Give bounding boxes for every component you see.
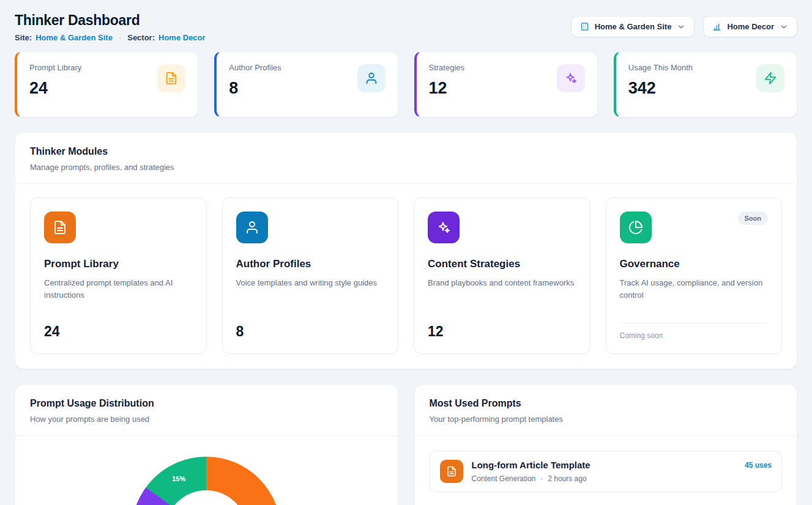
prompts-title: Most Used Prompts <box>430 398 783 409</box>
module-top <box>236 212 385 243</box>
stat-text: Author Profiles 8 <box>229 63 281 106</box>
stat-text: Strategies 12 <box>429 63 465 106</box>
site-selector-dropdown[interactable]: Home & Garden Site <box>571 16 695 37</box>
module-card-governance[interactable]: Soon Governance Track AI usage, complian… <box>606 197 783 354</box>
sector-label: Sector: <box>127 33 155 42</box>
modules-grid: Prompt Library Centralized prompt templa… <box>15 184 797 369</box>
stat-card-author-profiles: Author Profiles 8 <box>214 51 398 117</box>
module-top <box>428 212 576 243</box>
sector-selector-label: Home Decor <box>727 22 774 31</box>
donut-chart: 15% <box>132 457 281 505</box>
module-title: Prompt Library <box>44 258 193 270</box>
module-card-content-strategies[interactable]: Content Strategies Brand playbooks and c… <box>414 197 590 354</box>
stat-label: Usage This Month <box>628 63 693 72</box>
stat-text: Prompt Library 24 <box>29 63 81 106</box>
modules-title: Thinker Modules <box>30 146 782 157</box>
sector-link[interactable]: Home Decor <box>158 33 206 42</box>
stat-label: Prompt Library <box>29 63 81 72</box>
chevron-down-icon <box>780 23 788 31</box>
stat-value: 24 <box>29 79 81 98</box>
stat-card-prompt-library: Prompt Library 24 <box>15 51 198 117</box>
module-count: 8 <box>236 323 385 340</box>
page-title: Thinker Dashboard <box>15 12 206 29</box>
prompt-uses-badge: 45 uses <box>745 461 772 470</box>
site-link[interactable]: Home & Garden Site <box>35 33 113 42</box>
separator-dot: · <box>116 33 124 42</box>
thinker-modules-section: Thinker Modules Manage prompts, profiles… <box>15 132 797 369</box>
module-count: 24 <box>44 323 193 340</box>
dashboard-page: Thinker Dashboard Site: Home & Garden Si… <box>0 0 812 505</box>
stat-label: Author Profiles <box>229 63 281 72</box>
chevron-down-icon <box>677 23 685 31</box>
prompt-meta: Content Generation · 2 hours ago <box>472 474 590 483</box>
module-description: Centralized prompt templates and AI inst… <box>44 277 193 301</box>
module-description: Brand playbooks and content frameworks <box>428 277 576 289</box>
stat-card-usage: Usage This Month 342 <box>614 51 797 117</box>
document-icon <box>44 212 76 243</box>
stat-card-strategies: Strategies 12 <box>414 51 598 117</box>
usage-subtitle: How your prompts are being used <box>30 415 383 424</box>
user-icon <box>357 64 386 92</box>
site-selector-label: Home & Garden Site <box>595 22 672 31</box>
soon-badge: Soon <box>738 212 769 225</box>
stat-label: Strategies <box>429 63 465 72</box>
sparkle-star-icon <box>428 212 460 243</box>
stat-text: Usage This Month 342 <box>628 63 693 106</box>
prompt-list-item[interactable]: Long-form Article Template Content Gener… <box>430 451 783 492</box>
modules-subtitle: Manage prompts, profiles, and strategies <box>30 163 782 172</box>
prompt-list: Long-form Article Template Content Gener… <box>415 436 797 505</box>
bar-chart-icon <box>712 22 721 31</box>
pie-chart-icon <box>620 212 652 243</box>
module-card-author-profiles[interactable]: Author Profiles Voice templates and writ… <box>222 197 399 354</box>
module-top <box>44 212 193 243</box>
stats-row: Prompt Library 24 Author Profiles 8 Stra… <box>15 51 797 117</box>
prompt-text: Long-form Article Template Content Gener… <box>472 460 590 483</box>
header-left: Thinker Dashboard Site: Home & Garden Si… <box>15 12 206 42</box>
donut-slice-label: 15% <box>172 475 185 482</box>
module-description: Track AI usage, compliance, and version … <box>620 277 769 301</box>
sparkle-star-icon <box>557 64 585 92</box>
module-description: Voice templates and writing style guides <box>236 277 385 289</box>
sector-selector-dropdown[interactable]: Home Decor <box>703 16 797 37</box>
divider <box>15 435 398 436</box>
usage-header: Prompt Usage Distribution How your promp… <box>15 385 398 435</box>
stat-value: 8 <box>229 79 281 98</box>
chart-area: 15% <box>15 457 398 505</box>
breadcrumb: Site: Home & Garden Site · Sector: Home … <box>15 33 206 42</box>
coming-soon-label: Coming soon <box>620 323 769 340</box>
prompts-header: Most Used Prompts Your top-performing pr… <box>415 385 797 435</box>
user-icon <box>236 212 268 243</box>
page-header: Thinker Dashboard Site: Home & Garden Si… <box>15 12 797 42</box>
prompts-subtitle: Your top-performing prompt templates <box>430 415 783 424</box>
module-count: 12 <box>428 323 576 340</box>
lightning-icon <box>756 64 784 92</box>
bottom-row: Prompt Usage Distribution How your promp… <box>15 384 797 505</box>
stat-value: 342 <box>628 79 693 98</box>
prompt-timestamp: 2 hours ago <box>548 474 586 483</box>
module-top: Soon <box>620 212 769 243</box>
modules-header: Thinker Modules Manage prompts, profiles… <box>15 133 797 183</box>
module-card-prompt-library[interactable]: Prompt Library Centralized prompt templa… <box>30 197 207 354</box>
prompt-title: Long-form Article Template <box>472 460 590 470</box>
module-title: Content Strategies <box>428 258 576 270</box>
usage-title: Prompt Usage Distribution <box>30 398 383 409</box>
stat-value: 12 <box>429 79 465 98</box>
building-icon <box>580 22 589 31</box>
document-icon <box>440 460 463 483</box>
prompt-category: Content Generation <box>472 474 536 483</box>
module-title: Author Profiles <box>236 258 385 270</box>
module-title: Governance <box>620 258 769 270</box>
header-selectors: Home & Garden Site Home Decor <box>571 16 797 37</box>
document-icon <box>157 64 185 92</box>
site-label: Site: <box>15 33 32 42</box>
usage-distribution-panel: Prompt Usage Distribution How your promp… <box>15 384 398 505</box>
separator-dot: · <box>540 474 543 483</box>
most-used-prompts-panel: Most Used Prompts Your top-performing pr… <box>414 384 798 505</box>
